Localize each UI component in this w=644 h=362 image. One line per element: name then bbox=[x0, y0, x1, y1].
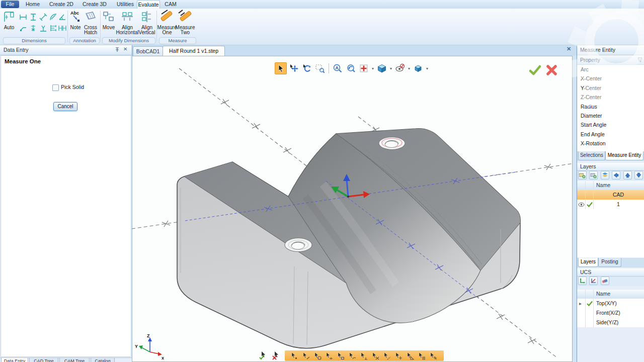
y-dimension-icon[interactable] bbox=[39, 24, 47, 32]
snap-nearest-icon[interactable] bbox=[384, 352, 390, 359]
tab-layers[interactable]: Layers bbox=[578, 258, 598, 267]
property-column-header[interactable]: Property bbox=[577, 55, 644, 65]
bottom-tab-cam-tree[interactable]: CAM Tree bbox=[59, 358, 90, 362]
viewport-right-splitter[interactable] bbox=[573, 56, 577, 362]
bottom-tab-data-entry[interactable]: Data Entry bbox=[1, 358, 28, 362]
zoom-fit-tool[interactable]: A bbox=[332, 62, 344, 74]
menu-tab-create2d[interactable]: Create 2D bbox=[46, 0, 76, 9]
view-orientation-tool[interactable] bbox=[376, 62, 388, 74]
confirm-button[interactable] bbox=[528, 64, 542, 77]
layer-row-cad[interactable]: CAD bbox=[577, 190, 644, 200]
snap-midpoint-icon[interactable] bbox=[327, 352, 333, 359]
dropdown-caret[interactable]: ▾ bbox=[407, 66, 411, 71]
baseline-dimension-icon[interactable] bbox=[49, 24, 57, 32]
document-tab-bobcad1[interactable]: BobCAD1 bbox=[133, 46, 163, 56]
ucs-row-front[interactable]: Front(X/Z) bbox=[577, 308, 644, 318]
vertical-dimension-icon[interactable] bbox=[29, 13, 37, 21]
snap-point-icon[interactable] bbox=[292, 352, 297, 359]
leader-note-icon[interactable] bbox=[19, 24, 27, 32]
snap-tangent-icon[interactable] bbox=[350, 352, 356, 359]
ordinate-dimension-icon[interactable] bbox=[29, 24, 37, 32]
filter-funnel-icon[interactable] bbox=[637, 57, 642, 62]
document-tab-half-round[interactable]: Half Round 1 v1.step bbox=[163, 46, 225, 56]
move-dimension-button[interactable]: Move bbox=[102, 10, 116, 36]
property-row-x-rotation[interactable]: X-Rotation bbox=[577, 139, 644, 148]
ucs-new-icon[interactable] bbox=[578, 277, 587, 285]
snap-center-icon[interactable] bbox=[315, 352, 321, 359]
pick-solid-checkbox[interactable] bbox=[52, 84, 59, 91]
property-row-end-angle[interactable]: End Angle bbox=[577, 130, 644, 139]
top-counterbore-hole[interactable] bbox=[379, 137, 405, 150]
ucs-row-side[interactable]: Side(Y/Z) bbox=[577, 318, 644, 328]
menu-tab-home[interactable]: Home bbox=[22, 0, 43, 9]
bottom-tab-catalog[interactable]: Catalog bbox=[91, 358, 115, 362]
menu-tab-evaluate[interactable]: Evaluate bbox=[137, 0, 160, 9]
note-button[interactable]: Abc Note bbox=[69, 10, 82, 36]
layer-stack-icon[interactable] bbox=[601, 171, 609, 179]
measure-one-button[interactable]: Measure One bbox=[158, 9, 176, 36]
snap-all-icon[interactable] bbox=[431, 352, 437, 359]
ucs-edit-icon[interactable] bbox=[589, 277, 598, 285]
menu-tab-file[interactable]: File bbox=[1, 1, 19, 8]
property-row-start-angle[interactable]: Start Angle bbox=[577, 120, 644, 129]
panel-close-icon[interactable]: ✕ bbox=[123, 46, 127, 52]
dropdown-caret[interactable]: ▾ bbox=[389, 66, 393, 71]
align-vertical-button[interactable]: Align Vertical bbox=[138, 10, 156, 36]
tab-selections[interactable]: Selections bbox=[578, 151, 605, 160]
zoom-previous-tool[interactable] bbox=[345, 62, 357, 74]
ucs-delete-icon[interactable] bbox=[601, 277, 609, 285]
property-row-z-center[interactable]: Z-Center bbox=[577, 93, 644, 102]
document-close-icon[interactable]: ✕ bbox=[567, 46, 571, 52]
hide-entities-tool[interactable] bbox=[394, 62, 406, 74]
move-up-arrow-icon[interactable] bbox=[623, 171, 632, 179]
cancel-measure-button[interactable] bbox=[545, 64, 559, 77]
origin-snap-tool[interactable] bbox=[358, 62, 370, 74]
dropdown-caret[interactable]: ▾ bbox=[371, 66, 375, 71]
shading-mode-tool[interactable] bbox=[412, 62, 424, 74]
move-left-arrow-icon[interactable] bbox=[612, 171, 620, 179]
radius-dimension-icon[interactable] bbox=[49, 13, 57, 21]
layer-visible-eye-icon[interactable] bbox=[578, 202, 585, 207]
layer-row-1[interactable]: 1 bbox=[577, 200, 644, 210]
angle-dimension-icon[interactable] bbox=[58, 13, 66, 21]
pan-tool[interactable] bbox=[288, 62, 300, 74]
menu-tab-create3d[interactable]: Create 3D bbox=[79, 0, 110, 9]
snap-perpendicular-icon[interactable] bbox=[361, 352, 367, 359]
move-down-arrow-icon[interactable] bbox=[634, 171, 643, 179]
add-layer-icon[interactable] bbox=[578, 171, 587, 179]
snap-angle-icon[interactable] bbox=[408, 352, 414, 359]
property-row-y-center[interactable]: Y-Center bbox=[577, 83, 644, 93]
dropdown-caret[interactable]: ▾ bbox=[425, 66, 429, 71]
aligned-dimension-icon[interactable] bbox=[39, 13, 47, 21]
bottom-tab-cad-tree[interactable]: CAD Tree bbox=[29, 358, 58, 362]
snap-origin-icon[interactable] bbox=[396, 352, 402, 359]
menu-tab-cam[interactable]: CAM bbox=[162, 0, 179, 9]
cursor-confirm-icon[interactable] bbox=[260, 351, 265, 359]
cursor-cancel-icon[interactable] bbox=[273, 351, 278, 359]
select-tool[interactable] bbox=[275, 62, 287, 74]
cancel-button[interactable]: Cancel bbox=[53, 102, 77, 111]
cross-hatch-button[interactable]: Cross Hatch bbox=[82, 10, 99, 36]
left-counterbore-hole[interactable] bbox=[285, 238, 312, 252]
rotate-tool[interactable] bbox=[301, 62, 313, 74]
property-row-radius[interactable]: Radius bbox=[577, 102, 644, 111]
snap-intersection-icon[interactable] bbox=[373, 352, 379, 359]
zoom-window-tool[interactable] bbox=[314, 62, 326, 74]
pin-icon[interactable] bbox=[115, 47, 120, 53]
property-row-x-center[interactable]: X-Center bbox=[577, 74, 644, 83]
tab-measure-entity[interactable]: Measure Entity bbox=[605, 151, 643, 160]
measure-two-button[interactable]: Measure Two bbox=[177, 9, 194, 36]
menu-tab-utilities[interactable]: Utilities bbox=[114, 0, 137, 9]
snap-grid-icon[interactable] bbox=[419, 352, 425, 360]
snap-endpoint-icon[interactable] bbox=[303, 352, 309, 359]
linear-dimension-icon[interactable] bbox=[19, 13, 27, 21]
ucs-row-top[interactable]: ▸ Top(X/Y) bbox=[577, 299, 644, 309]
snap-quadrant-icon[interactable] bbox=[338, 352, 344, 359]
3d-model[interactable] bbox=[177, 129, 520, 348]
property-row-arc[interactable]: Arc bbox=[577, 65, 644, 74]
layer-active-check-icon[interactable] bbox=[587, 202, 593, 207]
chain-dimension-icon[interactable] bbox=[58, 24, 66, 32]
property-row-diameter[interactable]: Diameter bbox=[577, 111, 644, 120]
tab-posting[interactable]: Posting bbox=[598, 258, 621, 267]
add-folder-layer-icon[interactable] bbox=[589, 171, 598, 179]
